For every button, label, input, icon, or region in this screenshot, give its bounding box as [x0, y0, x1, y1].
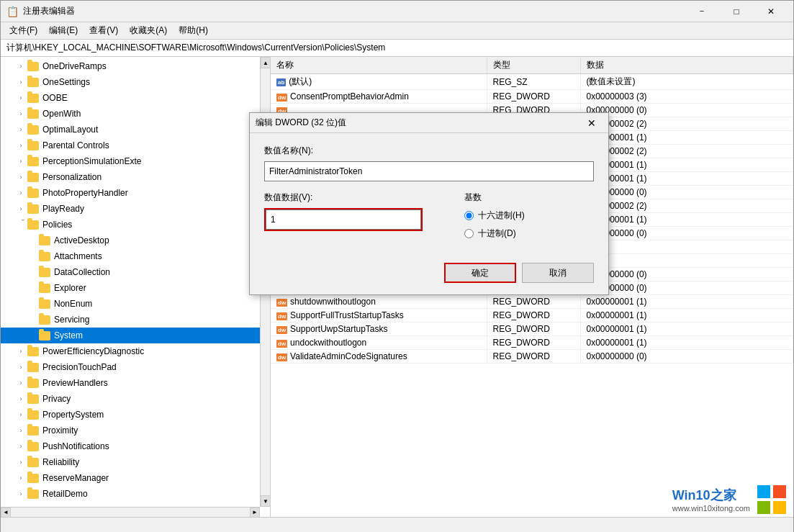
expand-icon[interactable]: › [15, 155, 27, 167]
expand-icon[interactable]: › [15, 456, 27, 468]
expand-icon[interactable]: › [15, 187, 27, 199]
tree-content[interactable]: › OneDriveRamps › OneSettings › OOBE › [1, 57, 270, 517]
tree-item-explorer[interactable]: Explorer [1, 280, 270, 296]
tree-item-previewhandlers[interactable]: › PreviewHandlers [1, 375, 270, 391]
expand-icon[interactable]: › [15, 488, 27, 500]
folder-icon [38, 266, 51, 278]
expand-icon[interactable]: › [15, 171, 27, 183]
expand-icon[interactable] [27, 298, 38, 310]
tree-label: DataCollection [54, 267, 110, 277]
ok-button[interactable]: 确定 [444, 263, 516, 283]
tree-item-pushnotifications[interactable]: › PushNotifications [1, 438, 270, 454]
expand-icon[interactable] [27, 282, 38, 294]
tree-label: RetailDemo [42, 489, 88, 499]
tree-item-policies[interactable]: › Policies [1, 217, 270, 233]
close-button[interactable]: ✕ [754, 1, 788, 22]
tree-item-reliability[interactable]: › Reliability [1, 454, 270, 470]
expand-icon[interactable] [27, 235, 38, 246]
tree-item-parentalcontrols[interactable]: › Parental Controls [1, 137, 270, 153]
tree-item-proximity[interactable]: › Proximity [1, 423, 270, 438]
minimize-button[interactable]: － [685, 1, 718, 22]
tree-item-powerefficiency[interactable]: › PowerEfficiencyDiagnostic [1, 343, 270, 359]
tree-item-datacollection[interactable]: DataCollection [1, 264, 270, 280]
tree-item-retaildemo[interactable]: › RetailDemo [1, 486, 270, 502]
reg-dword-icon: dw [276, 326, 287, 334]
title-bar: 📋 注册表编辑器 － □ ✕ [1, 1, 793, 22]
expand-icon[interactable]: › [15, 203, 27, 215]
menu-view[interactable]: 查看(V) [84, 23, 124, 38]
expand-icon[interactable]: › [15, 441, 27, 452]
hex-radio[interactable] [464, 211, 474, 220]
tree-item-activedesktop[interactable]: ActiveDesktop [1, 233, 270, 248]
expand-icon[interactable]: › [15, 346, 27, 357]
tree-item-reservemanager[interactable]: › ReserveManager [1, 470, 270, 486]
tree-item-nonenum[interactable]: NonEnum [1, 296, 270, 312]
svg-rect-0 [757, 485, 770, 498]
table-row[interactable]: dwshutdownwithoutlogon REG_DWORD 0x00000… [271, 295, 793, 309]
table-row[interactable]: dwSupportFullTrustStartupTasks REG_DWORD… [271, 309, 793, 323]
reg-name: (默认) [289, 76, 312, 86]
tree-label: Proximity [42, 425, 78, 436]
table-row[interactable]: dwConsentPromptBehaviorAdmin REG_DWORD 0… [271, 90, 793, 104]
expand-icon[interactable]: › [15, 377, 27, 389]
menu-help[interactable]: 帮助(H) [173, 23, 214, 38]
tree-item-privacy[interactable]: › Privacy [1, 391, 270, 407]
tree-item-oobe[interactable]: › OOBE [1, 90, 270, 106]
expand-icon[interactable] [27, 330, 38, 341]
table-row[interactable]: dwValidateAdminCodeSignatures REG_DWORD … [271, 350, 793, 364]
tree-item-personalization[interactable]: › Personalization [1, 169, 270, 185]
dec-label[interactable]: 十进制(D) [478, 227, 516, 240]
expand-icon[interactable]: › [15, 108, 27, 120]
folder-icon [27, 377, 40, 389]
expand-icon[interactable]: › [15, 409, 27, 420]
hex-label[interactable]: 十六进制(H) [478, 209, 525, 222]
expand-icon[interactable]: › [15, 425, 27, 436]
table-row[interactable]: dwSupportUwpStartupTasks REG_DWORD 0x000… [271, 323, 793, 336]
maximize-button[interactable]: □ [720, 1, 753, 22]
tree-item-onesettings[interactable]: › OneSettings [1, 74, 270, 90]
table-row[interactable]: ab(默认) REG_SZ (数值未设置) [271, 74, 793, 90]
tree-item-playready[interactable]: › PlayReady [1, 201, 270, 217]
tree-item-servicing[interactable]: Servicing [1, 312, 270, 328]
tree-item-openwith[interactable]: › OpenWith [1, 106, 270, 122]
cancel-button[interactable]: 取消 [522, 263, 594, 283]
tree-item-optimallayout[interactable]: › OptimalLayout [1, 122, 270, 137]
expand-icon[interactable]: › [15, 60, 27, 72]
value-name-input[interactable] [264, 161, 594, 181]
tree-item-perceptionsim[interactable]: › PerceptionSimulationExte [1, 153, 270, 169]
expand-icon[interactable]: › [15, 140, 27, 151]
expand-icon[interactable]: › [15, 393, 27, 405]
expand-icon[interactable]: › [15, 361, 27, 373]
expand-icon[interactable]: › [15, 124, 27, 135]
reg-dword-icon: dw [276, 312, 287, 320]
menu-favorites[interactable]: 收藏夹(A) [124, 23, 173, 38]
tree-item-photoproperty[interactable]: › PhotoPropertyHandler [1, 185, 270, 201]
table-row[interactable]: dwundockwithoutlogon REG_DWORD 0x0000000… [271, 336, 793, 350]
reg-name: SupportFullTrustStartupTasks [290, 310, 404, 320]
expand-icon[interactable]: › [15, 472, 27, 484]
expand-icon[interactable]: › [15, 76, 27, 88]
folder-icon [38, 330, 51, 341]
menu-file[interactable]: 文件(F) [4, 23, 43, 38]
reg-ab-icon: ab [276, 78, 286, 86]
expand-icon[interactable] [27, 314, 38, 325]
folder-icon [27, 361, 40, 373]
watermark-url: www.win10xitong.com [672, 504, 750, 513]
tree-item-system[interactable]: System [1, 328, 270, 343]
tree-label: ReserveManager [42, 473, 109, 483]
reg-name: ConsentPromptBehaviorAdmin [290, 91, 409, 102]
dialog-close-button[interactable]: ✕ [581, 114, 603, 132]
tree-item-propertysystem[interactable]: › PropertySystem [1, 407, 270, 423]
tree-h-scrollbar[interactable]: ◄ ► [1, 507, 260, 517]
dec-radio[interactable] [464, 229, 474, 238]
menu-edit[interactable]: 编辑(E) [43, 23, 84, 38]
tree-item-attachments[interactable]: Attachments [1, 248, 270, 264]
tree-item-precisiontouchpad[interactable]: › PrecisionTouchPad [1, 359, 270, 375]
expand-icon[interactable]: › [15, 92, 27, 104]
dialog-title: 编辑 DWORD (32 位)值 [256, 117, 581, 129]
value-data-input[interactable] [266, 209, 421, 230]
expand-icon[interactable] [27, 266, 38, 278]
expand-icon[interactable] [27, 251, 38, 262]
tree-item-onedriveramps[interactable]: › OneDriveRamps [1, 58, 270, 74]
expand-icon-open[interactable]: › [15, 219, 27, 230]
